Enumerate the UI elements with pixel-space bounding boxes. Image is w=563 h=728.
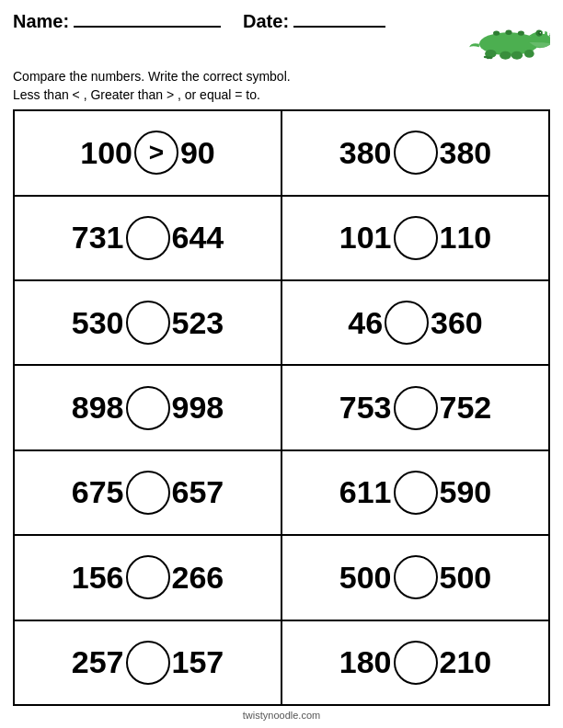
cell-content: 156 266 bbox=[15, 555, 281, 599]
svg-point-10 bbox=[500, 51, 511, 60]
num2: 500 bbox=[440, 560, 492, 596]
cell-content: 100 > 90 bbox=[15, 131, 281, 175]
table-row-1-left: 731 644 bbox=[14, 196, 282, 280]
symbol-circle[interactable] bbox=[394, 471, 438, 515]
symbol-circle[interactable] bbox=[394, 216, 438, 260]
table-row-2-right: 46 360 bbox=[282, 280, 549, 365]
num1: 46 bbox=[348, 305, 383, 341]
svg-point-16 bbox=[493, 30, 500, 35]
num2: 210 bbox=[440, 644, 492, 680]
svg-point-17 bbox=[505, 30, 511, 35]
num2: 266 bbox=[172, 560, 224, 596]
symbol-circle[interactable] bbox=[126, 216, 170, 260]
symbol-circle[interactable] bbox=[394, 131, 438, 175]
symbol-circle[interactable] bbox=[385, 301, 429, 345]
symbol-circle[interactable] bbox=[126, 301, 170, 345]
num2: 380 bbox=[440, 135, 492, 171]
table-row-0-right: 380 380 bbox=[282, 110, 549, 195]
num1: 675 bbox=[72, 474, 124, 510]
svg-rect-4 bbox=[547, 30, 550, 34]
svg-point-15 bbox=[488, 57, 492, 60]
num1: 731 bbox=[72, 220, 124, 256]
num2: 752 bbox=[440, 390, 492, 426]
svg-point-7 bbox=[540, 32, 541, 33]
symbol-circle[interactable] bbox=[126, 386, 170, 430]
table-row-5-right: 500 500 bbox=[282, 535, 549, 620]
header-row: Name: Date: bbox=[13, 11, 550, 66]
num1: 101 bbox=[339, 220, 392, 256]
instructions-block: Compare the numbers. Write the correct s… bbox=[13, 68, 550, 104]
table-row-3-right: 753 752 bbox=[282, 365, 549, 449]
num1: 898 bbox=[72, 390, 124, 426]
num2: 360 bbox=[431, 305, 483, 341]
website-label: twistynoodle.com bbox=[243, 710, 320, 721]
cell-content: 180 210 bbox=[282, 641, 548, 685]
cell-content: 101 110 bbox=[282, 216, 548, 260]
cell-content: 898 998 bbox=[15, 386, 281, 430]
symbol-circle[interactable] bbox=[126, 641, 170, 685]
table-row-6-right: 180 210 bbox=[282, 620, 549, 705]
date-label: Date: bbox=[243, 11, 289, 31]
cell-content: 675 657 bbox=[15, 471, 281, 515]
symbol-circle[interactable] bbox=[394, 386, 438, 430]
num1: 753 bbox=[339, 390, 392, 426]
instructions-line1: Compare the numbers. Write the correct s… bbox=[13, 69, 291, 84]
instructions-line2: Less than < , Greater than > , or equal … bbox=[13, 87, 260, 102]
table-row-0-left: 100 > 90 bbox=[14, 110, 282, 195]
cell-content: 46 360 bbox=[282, 301, 548, 345]
num1: 500 bbox=[339, 560, 392, 596]
cell-content: 380 380 bbox=[282, 131, 548, 175]
cell-content: 611 590 bbox=[282, 471, 548, 515]
name-label: Name: bbox=[13, 11, 69, 31]
table-row-3-left: 898 998 bbox=[14, 365, 282, 449]
num2: 523 bbox=[172, 305, 224, 341]
page: Name: Date: bbox=[0, 0, 563, 728]
symbol-circle[interactable] bbox=[126, 555, 170, 599]
num2: 90 bbox=[180, 135, 215, 171]
symbol-circle[interactable] bbox=[126, 471, 170, 515]
num2: 590 bbox=[440, 474, 492, 510]
name-date-block: Name: Date: bbox=[13, 11, 385, 32]
table-row-4-right: 611 590 bbox=[282, 450, 549, 535]
date-underline[interactable] bbox=[293, 26, 385, 28]
num2: 657 bbox=[172, 474, 224, 510]
cell-content: 753 752 bbox=[282, 386, 548, 430]
num2: 998 bbox=[172, 390, 224, 426]
cell-content: 500 500 bbox=[282, 555, 548, 599]
num1: 156 bbox=[72, 560, 124, 596]
crocodile-image bbox=[467, 11, 550, 66]
cell-content: 731 644 bbox=[15, 216, 281, 260]
num1: 530 bbox=[72, 305, 124, 341]
svg-point-11 bbox=[511, 51, 523, 60]
num2: 110 bbox=[440, 220, 492, 256]
svg-rect-3 bbox=[543, 29, 546, 34]
num2: 644 bbox=[172, 220, 224, 256]
svg-point-18 bbox=[518, 30, 524, 35]
num1: 611 bbox=[339, 474, 392, 510]
name-underline[interactable] bbox=[74, 26, 221, 28]
comparison-table: 100 > 90 380 380 731 644 101 110 530 bbox=[13, 109, 550, 706]
table-row-5-left: 156 266 bbox=[14, 535, 282, 620]
svg-point-12 bbox=[524, 50, 534, 58]
symbol-circle[interactable] bbox=[394, 641, 438, 685]
table-row-6-left: 257 157 bbox=[14, 620, 282, 705]
cell-content: 530 523 bbox=[15, 301, 281, 345]
table-row-2-left: 530 523 bbox=[14, 280, 282, 365]
num2: 157 bbox=[172, 644, 224, 680]
footer: twistynoodle.com bbox=[13, 706, 550, 721]
num1: 257 bbox=[72, 644, 124, 680]
symbol-circle[interactable] bbox=[394, 555, 438, 599]
cell-content: 257 157 bbox=[15, 641, 281, 685]
num1: 180 bbox=[339, 644, 392, 680]
num1: 380 bbox=[339, 135, 392, 171]
table-row-1-right: 101 110 bbox=[282, 196, 549, 280]
table-row-4-left: 675 657 bbox=[14, 450, 282, 535]
num1: 100 bbox=[80, 135, 132, 171]
symbol-circle[interactable]: > bbox=[134, 131, 178, 175]
